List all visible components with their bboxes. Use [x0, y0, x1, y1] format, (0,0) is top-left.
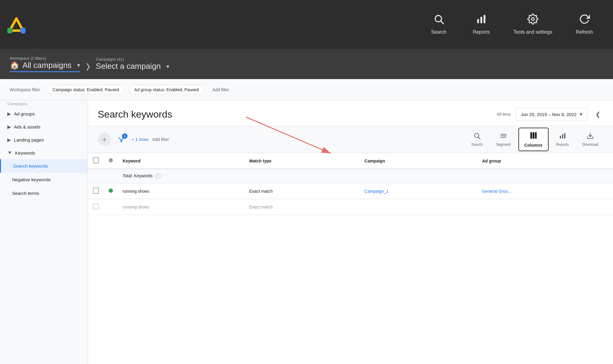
toolbar-columns-button[interactable]: Columns — [519, 129, 548, 150]
status-header-dot — [109, 159, 113, 163]
row2-checkbox-box[interactable] — [93, 203, 99, 209]
sidebar-item-keywords[interactable]: ▼ Keywords — [0, 146, 88, 159]
toolbar-add-filter[interactable]: Add filter — [152, 137, 169, 142]
row2-ad-group — [477, 199, 613, 215]
sidebar-item-search-keywords[interactable]: Search keywords — [0, 159, 88, 173]
row2-campaign — [360, 199, 477, 215]
google-ads-logo — [7, 15, 25, 34]
campaigns-subtitle: Campaigns (41) — [96, 57, 169, 62]
toolbar-reports-button[interactable]: Reports — [551, 130, 574, 149]
sidebar-item-campaigns[interactable]: Campaigns — [0, 100, 88, 107]
sidebar-item-ads-assets[interactable]: ▶ Ads & assets — [0, 120, 88, 133]
sidebar-item-negative-keywords[interactable]: Negative keywords — [0, 173, 88, 186]
header-campaign[interactable]: Campaign — [360, 153, 477, 169]
more-filters-link[interactable]: + 1 more — [132, 137, 149, 142]
header-match-type[interactable]: Match type — [245, 153, 360, 169]
sidebar: Campaigns ▶ Ad groups ▶ Ads & assets ▶ L… — [0, 100, 88, 364]
refresh-nav-button[interactable]: Refresh — [563, 8, 606, 41]
reports-nav-button[interactable]: Reports — [460, 8, 503, 41]
row2-keyword: running shoes — [118, 199, 245, 215]
filter-bar-label: Workspace filter — [10, 87, 40, 92]
toolbar: ＋ 1 + 1 more Add filter — [88, 126, 613, 153]
sidebar-item-landing-pages[interactable]: ▶ Landing pages — [0, 133, 88, 146]
tools-nav-button[interactable]: Tools and settings — [503, 8, 563, 42]
dropdown-icon: ▾ — [580, 111, 582, 118]
toolbar-search-button[interactable]: Search — [466, 130, 488, 149]
header-status — [104, 153, 118, 169]
row1-campaign-link[interactable]: Campaign_1 — [364, 189, 388, 194]
row1-ad-group-link[interactable]: General Grou... — [482, 189, 512, 194]
segment-icon — [500, 132, 507, 141]
filter-bar: Workspace filter Campaign status: Enable… — [0, 79, 613, 100]
workspace-breadcrumb[interactable]: Workspace (2 filters) 🏠 All campaigns ▾ — [10, 56, 80, 72]
download-icon — [587, 132, 594, 141]
nav-actions: Search Reports Tools and settings — [418, 8, 606, 42]
table-row: running shoes Exact match Campaign_1 Gen… — [88, 183, 613, 199]
row2-match-type: Exact match — [245, 199, 360, 215]
search-nav-label: Search — [431, 29, 447, 35]
svg-point-8 — [531, 18, 534, 20]
campaign-status-filter[interactable]: Campaign status: Enabled, Paused — [47, 85, 124, 94]
date-range-picker[interactable]: Jun 25, 2015 – Nov 8, 2022 ▾ — [516, 108, 588, 121]
header-checkbox[interactable] — [88, 153, 104, 169]
svg-rect-19 — [564, 133, 565, 139]
workspace-dropdown-icon[interactable]: ▾ — [77, 62, 80, 69]
nav-prev-button[interactable]: ❮ — [592, 109, 603, 120]
refresh-nav-icon — [579, 14, 590, 26]
row1-keyword: running shoes — [118, 183, 245, 199]
ad-group-status-filter[interactable]: Ad group status: Enabled, Paused — [129, 85, 204, 94]
total-checkbox-cell — [88, 169, 104, 183]
breadcrumb-bar: Workspace (2 filters) 🏠 All campaigns ▾ … — [0, 49, 613, 79]
plus-icon: ＋ — [101, 135, 108, 144]
row1-checkbox-box[interactable] — [93, 188, 99, 194]
total-row: Total: Keywords ? — [88, 169, 613, 183]
row2-status — [104, 199, 118, 215]
svg-line-4 — [441, 21, 443, 24]
header-ad-group[interactable]: Ad group — [477, 153, 613, 169]
campaigns-dropdown-icon[interactable]: ▾ — [166, 63, 169, 70]
sidebar-search-terms-label: Search terms — [12, 191, 39, 196]
svg-rect-7 — [483, 15, 485, 23]
columns-action-label: Columns — [524, 143, 543, 148]
search-nav-button[interactable]: Search — [418, 8, 460, 41]
row1-ad-group[interactable]: General Grou... — [477, 183, 613, 199]
header-keyword[interactable]: Keyword — [118, 153, 245, 169]
add-button[interactable]: ＋ — [98, 133, 111, 146]
sidebar-negative-keywords-label: Negative keywords — [12, 177, 51, 182]
sidebar-item-search-terms[interactable]: Search terms — [0, 186, 88, 200]
search-nav-icon — [433, 14, 444, 26]
row1-campaign[interactable]: Campaign_1 — [360, 183, 477, 199]
campaigns-breadcrumb[interactable]: Campaigns (41) Select a campaign ▾ — [96, 57, 169, 71]
sidebar-item-ad-groups[interactable]: ▶ Ad groups — [0, 107, 88, 120]
toolbar-segment-button[interactable]: Segment — [491, 130, 516, 149]
add-filter-button[interactable]: Add filter — [209, 85, 233, 94]
reports-action-label: Reports — [556, 142, 569, 147]
svg-rect-16 — [535, 132, 537, 139]
toolbar-download-button[interactable]: Download — [577, 130, 603, 149]
row1-checkbox[interactable] — [88, 183, 104, 199]
main-content: Campaigns ▶ Ad groups ▶ Ads & assets ▶ L… — [0, 100, 613, 364]
breadcrumb-separator: ❯ — [85, 62, 91, 71]
workspace-subtitle: Workspace (2 filters) — [10, 56, 80, 61]
select-all-checkbox[interactable] — [93, 157, 99, 163]
refresh-nav-label: Refresh — [576, 29, 593, 35]
reports-nav-icon — [476, 14, 487, 26]
campaigns-title: Select a campaign ▾ — [96, 62, 169, 71]
workspace-title: 🏠 All campaigns ▾ — [10, 61, 80, 70]
sidebar-keywords-label: Keywords — [15, 150, 35, 155]
row2-checkbox[interactable] — [88, 199, 104, 215]
filter-badge: 1 — [122, 133, 127, 139]
chevron-down-icon-kw: ▼ — [7, 150, 12, 155]
svg-line-10 — [478, 137, 480, 139]
svg-rect-18 — [562, 134, 563, 139]
download-action-label: Download — [582, 142, 598, 147]
filter-button[interactable]: 1 — [115, 133, 128, 146]
home-icon: 🏠 — [10, 61, 19, 70]
row1-status — [104, 183, 118, 199]
help-icon[interactable]: ? — [155, 173, 161, 179]
page-title: Search keywords — [98, 109, 172, 120]
chevron-right-icon-lp: ▶ — [7, 137, 11, 143]
table-header-row: Keyword Match type Campaign Ad group — [88, 153, 613, 169]
content-panel: Search keywords All time Jun 25, 2015 – … — [88, 100, 613, 364]
sidebar-ad-groups-label: Ad groups — [14, 111, 35, 116]
